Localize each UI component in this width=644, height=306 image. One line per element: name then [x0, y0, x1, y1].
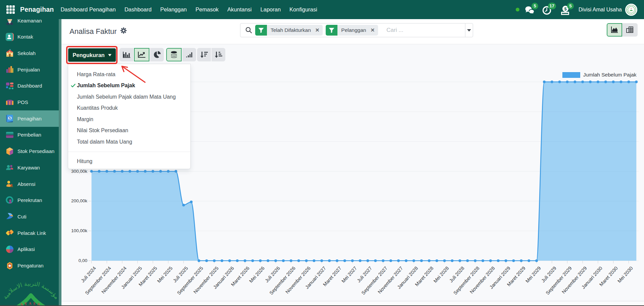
nav-item-pemasok[interactable]: Pemasok	[191, 0, 223, 19]
sidebar-item-karyawan[interactable]: Karyawan	[0, 159, 59, 176]
sidebar-item-penagihan[interactable]: $Penagihan	[0, 110, 59, 127]
avatar-logo-icon	[625, 4, 637, 16]
sidebar-item-label: Pelacak Link	[17, 230, 46, 236]
sidebar-item-label: Dashboard	[17, 83, 42, 89]
search-dropdown-toggle[interactable]	[465, 23, 473, 37]
nav-item-pelanggan[interactable]: Pelanggan	[156, 0, 191, 19]
y-axis-label: 100,00k	[64, 228, 87, 233]
sidebar-item-stok-persediaan[interactable]: Stok Persediaan	[0, 143, 59, 159]
svg-text:$: $	[9, 116, 11, 120]
sidebar-item-label: Pembelian	[17, 132, 41, 138]
nav-item-dashboard[interactable]: Dashboard	[120, 0, 156, 19]
chevron-down-icon	[467, 29, 471, 32]
measure-option-margin[interactable]: Margin	[68, 114, 190, 125]
sidebar-item-label: Aplikasi	[17, 246, 35, 252]
sidebar-item-label: Absensi	[17, 181, 35, 187]
top-navbar: Penagihan Dashboard PenagihanDashboardPe…	[0, 0, 644, 19]
sidebar-item-label: Cuti	[17, 214, 27, 219]
nav-item-dashboard-penagihan[interactable]: Dashboard Penagihan	[56, 0, 120, 19]
guard-icon	[5, 19, 14, 25]
systray-chat-button[interactable]: 5	[525, 4, 535, 15]
user-avatar[interactable]	[625, 4, 637, 16]
systray-clock-button[interactable]: 17	[543, 4, 553, 15]
sidebar-item-aplikasi[interactable]: Aplikasi	[0, 241, 59, 257]
sidebar-item-label: Kontak	[17, 34, 33, 40]
measure-option-nilai-stok-persediaan[interactable]: Nilai Stok Persediaan	[68, 125, 190, 137]
sidebar-item-absensi[interactable]: Absensi	[0, 176, 59, 192]
legend-label: Jumlah Sebelum Pajak	[583, 72, 637, 78]
page-title: Analisa Faktur	[70, 27, 117, 36]
sidebar-item-label: Penjualan	[17, 67, 40, 72]
apps-menu-icon[interactable]	[6, 5, 15, 14]
sidebar: KeamananKontakSekolahPenjualanDashboardP…	[0, 19, 61, 306]
notification-badge: 5	[532, 3, 538, 9]
attendance-icon	[5, 180, 14, 188]
gear-icon[interactable]	[120, 27, 127, 36]
app-brand[interactable]: Penagihan	[20, 6, 54, 13]
pos-icon	[5, 98, 14, 107]
sidebar-item-label: Perekrutan	[17, 197, 42, 203]
measure-option-jumlah-sebelum-pajak-dalam-mata-uang[interactable]: Jumlah Sebelum Pajak dalam Mata Uang	[68, 91, 190, 103]
notification-badge: 17	[548, 3, 556, 9]
y-axis-label: 200,00k	[64, 198, 87, 203]
chart-legend[interactable]: Jumlah Sebelum Pajak	[562, 72, 637, 78]
navbar-menu: Dashboard PenagihanDashboardPelangganPem…	[56, 0, 321, 19]
measure-option-kuantitas-produk[interactable]: Kuantitas Produk	[68, 103, 190, 114]
pivot-table-icon	[626, 27, 634, 33]
company-switcher[interactable]: Divisi Amal Usaha	[579, 7, 622, 13]
sidebar-scrollbar[interactable]	[59, 19, 61, 306]
measures-button[interactable]: Pengukuran	[68, 48, 116, 62]
sidebar-item-dashboard[interactable]: Dashboard	[0, 78, 59, 94]
sidebar-item-keamanan[interactable]: Keamanan	[0, 19, 59, 29]
search-facet-telah-difakturkan[interactable]: Telah Difakturkan✕	[255, 25, 323, 36]
sidebar-item-kontak[interactable]: Kontak	[0, 29, 59, 45]
sidebar-item-label: Stok Persediaan	[17, 148, 54, 154]
apps-icon	[5, 245, 14, 254]
measure-option-total-dalam-mata-uang[interactable]: Total dalam Mata Uang	[68, 136, 190, 148]
sidebar-item-pos[interactable]: POS	[0, 94, 59, 110]
sidebar-item-cuti[interactable]: Cuti	[0, 208, 59, 225]
presence-dot-icon	[516, 8, 520, 12]
notification-badge: 5	[567, 3, 574, 9]
employees-icon	[5, 163, 14, 172]
facet-remove-icon[interactable]: ✕	[370, 27, 375, 33]
page-title-row: Analisa Faktur	[70, 27, 127, 36]
area-chart-icon	[611, 27, 618, 33]
sidebar-item-label: Sekolah	[17, 50, 36, 56]
facet-remove-icon[interactable]: ✕	[315, 27, 320, 33]
recruitment-icon	[5, 196, 14, 205]
linktracker-icon	[5, 228, 14, 237]
sales-icon	[5, 65, 14, 74]
sidebar-item-label: Keamanan	[17, 19, 42, 23]
systray-moneybox-button[interactable]: $5	[561, 4, 571, 15]
graph-view-button[interactable]	[607, 23, 622, 37]
sidebar-item-label: Karyawan	[17, 165, 40, 170]
search-icon	[245, 27, 252, 34]
sidebar-item-perekrutan[interactable]: Perekrutan	[0, 192, 59, 208]
sidebar-watermark-logo: مؤسسة التربية الاسلامية AYASA	[1, 267, 61, 306]
sidebar-item-sekolah[interactable]: Sekolah	[0, 45, 59, 61]
inventory-icon	[5, 147, 14, 156]
measure-option-harga-rata-rata[interactable]: Harga Rata-rata	[68, 69, 190, 80]
control-panel: Analisa Faktur Telah Difakturkan✕Pelangg…	[61, 19, 644, 44]
nav-item-laporan[interactable]: Laporan	[256, 0, 285, 19]
sidebar-item-pelacak-link[interactable]: Pelacak Link	[0, 225, 59, 241]
search-input[interactable]: Cari ...	[386, 27, 465, 34]
measures-dropdown-menu: Harga Rata-rataJumlah Sebelum PajakJumla…	[68, 64, 191, 169]
sidebar-item-label: POS	[17, 99, 28, 105]
pivot-view-button[interactable]	[622, 23, 638, 37]
measure-option-jumlah-sebelum-pajak[interactable]: Jumlah Sebelum Pajak	[68, 80, 190, 92]
svg-text:$: $	[564, 6, 567, 11]
caret-down-icon	[108, 54, 111, 56]
sidebar-item-pembelian[interactable]: Pembelian	[0, 126, 59, 143]
search-bar[interactable]: Telah Difakturkan✕Pelanggan✕ Cari ...	[240, 23, 473, 37]
purchase-icon	[5, 131, 14, 139]
sidebar-item-penjualan[interactable]: Penjualan	[0, 61, 59, 78]
school-icon	[5, 49, 14, 57]
dashboard-icon	[5, 82, 14, 90]
nav-item-konfigurasi[interactable]: Konfigurasi	[285, 0, 322, 19]
nav-item-akuntansi[interactable]: Akuntansi	[223, 0, 256, 19]
menu-item-hitung[interactable]: Hitung	[68, 156, 190, 167]
contact-icon	[5, 33, 14, 41]
search-facet-pelanggan[interactable]: Pelanggan✕	[326, 25, 378, 36]
